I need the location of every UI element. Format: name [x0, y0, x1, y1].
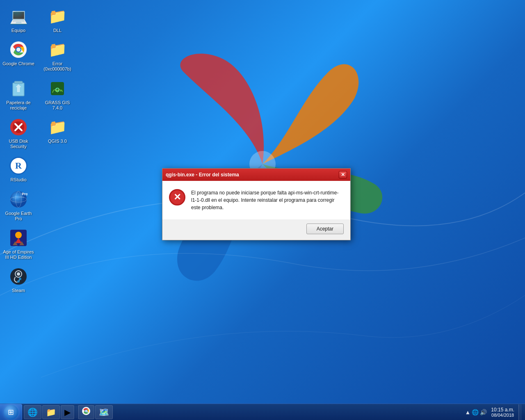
steam-icon: [9, 267, 28, 286]
qgis-label: QGIS 3.0: [48, 139, 67, 144]
desktop: 💻 Equipo 📁 DLL Google Chrome 📁: [0, 0, 525, 420]
desktop-icon-rstudio[interactable]: R RStudio: [0, 153, 37, 185]
clock-date: 08/04/2018: [491, 413, 514, 418]
dll-icon: 📁: [48, 7, 67, 26]
show-desktop-button[interactable]: [518, 404, 522, 420]
taskbar-item-explorer[interactable]: 📁: [42, 405, 60, 419]
recycle-label: Papelera de reciclaje: [2, 100, 35, 111]
taskbar-item-ie[interactable]: 🌐: [24, 405, 41, 419]
svg-point-21: [17, 280, 20, 283]
desktop-icon-usb[interactable]: USB Disk Security: [0, 115, 37, 152]
network-icon[interactable]: 🌐: [472, 409, 479, 415]
svg-point-16: [15, 232, 22, 238]
age-icon: [9, 228, 28, 248]
accept-button[interactable]: Aceptar: [306, 224, 344, 234]
desktop-icon-qgis[interactable]: 📁 QGIS 3.0: [39, 115, 76, 152]
google-earth-label: Google Earth Pro: [2, 211, 35, 221]
qgis-icon: 📁: [48, 117, 67, 137]
chrome-label: Google Chrome: [2, 61, 34, 66]
dialog-buttons: Aceptar: [162, 219, 350, 240]
equipo-icon: 💻: [9, 7, 28, 26]
taskbar-items: 🌐 📁 ▶: [22, 404, 461, 420]
start-orb: ⊞: [4, 405, 18, 420]
desktop-icon-dll[interactable]: 📁 DLL: [39, 4, 76, 36]
system-tray: ▲ 🌐 🔊 10:15 a.m. 08/04/2018: [461, 404, 525, 420]
equipo-label: Equipo: [11, 28, 25, 33]
desktop-icon-grid: 💻 Equipo 📁 DLL Google Chrome 📁: [0, 4, 78, 297]
media-icon: ▶: [64, 407, 71, 417]
dll-label: DLL: [53, 28, 62, 33]
error-dialog: qgis-bin.exe - Error del sistema ✕ ✕ El …: [162, 168, 351, 240]
ie-icon: 🌐: [27, 407, 38, 417]
svg-point-19: [17, 272, 20, 276]
svg-point-3: [16, 48, 21, 52]
desktop-icon-google-earth[interactable]: Pro Google Earth Pro: [0, 187, 37, 224]
rstudio-icon: R: [9, 156, 28, 176]
grass-label: GRASS GIS 7.4.0: [41, 100, 74, 111]
clock-time: 10:15 a.m.: [491, 407, 514, 413]
desktop-icon-chrome[interactable]: Google Chrome: [0, 37, 37, 74]
dialog-titlebar: qgis-bin.exe - Error del sistema ✕: [162, 169, 350, 181]
desktop-icon-age[interactable]: Age of Empires III HD Edition: [0, 226, 37, 262]
tray-icons: ▲ 🌐 🔊: [465, 409, 487, 415]
dialog-message: El programa no puede iniciarse porque fa…: [191, 189, 344, 211]
desktop-icon-recycle[interactable]: Papelera de reciclaje: [0, 76, 37, 113]
taskbar-item-chrome[interactable]: [78, 405, 94, 419]
error-label: Error(0xc000007b): [43, 61, 71, 72]
desktop-icon-equipo[interactable]: 💻 Equipo: [0, 4, 37, 36]
qgis-taskbar-icon: 🗺️: [99, 407, 109, 417]
error-folder-icon: 📁: [48, 40, 67, 59]
explorer-icon: 📁: [46, 407, 56, 417]
taskbar: ⊞ 🌐 📁 ▶: [0, 404, 525, 420]
svg-point-24: [85, 410, 87, 412]
windows-logo-icon: ⊞: [8, 408, 14, 417]
dialog-title: qgis-bin.exe - Error del sistema: [166, 172, 239, 178]
start-button[interactable]: ⊞: [0, 404, 22, 420]
google-earth-icon: Pro: [9, 189, 28, 209]
svg-point-20: [19, 278, 21, 280]
windows-logo: [131, 33, 394, 295]
tray-arrow-icon[interactable]: ▲: [465, 409, 470, 415]
desktop-icon-grass[interactable]: G GRASS GIS 7.4.0: [39, 76, 76, 113]
age-label: Age of Empires III HD Edition: [2, 249, 35, 260]
error-icon: ✕: [169, 189, 185, 205]
rstudio-label: RStudio: [10, 177, 26, 183]
grass-icon: G: [48, 79, 67, 98]
desktop-icon-error[interactable]: 📁 Error(0xc000007b): [39, 37, 76, 74]
volume-icon[interactable]: 🔊: [480, 409, 487, 415]
svg-rect-5: [14, 81, 23, 84]
taskbar-item-media[interactable]: ▶: [61, 405, 74, 419]
dialog-close-button[interactable]: ✕: [339, 171, 347, 178]
recycle-icon: [9, 79, 28, 98]
chrome-icon: [9, 40, 28, 59]
dialog-content: ✕ El programa no puede iniciarse porque …: [162, 181, 350, 219]
taskbar-separator: [76, 406, 76, 418]
steam-label: Steam: [12, 288, 25, 293]
usb-icon: [9, 117, 28, 137]
desktop-icon-steam[interactable]: Steam: [0, 264, 37, 296]
svg-text:Pro: Pro: [22, 192, 27, 196]
usb-label: USB Disk Security: [2, 139, 35, 149]
taskbar-item-qgis[interactable]: 🗺️: [95, 405, 113, 419]
chrome-taskbar-icon: [82, 406, 91, 418]
clock-area[interactable]: 10:15 a.m. 08/04/2018: [488, 407, 517, 418]
